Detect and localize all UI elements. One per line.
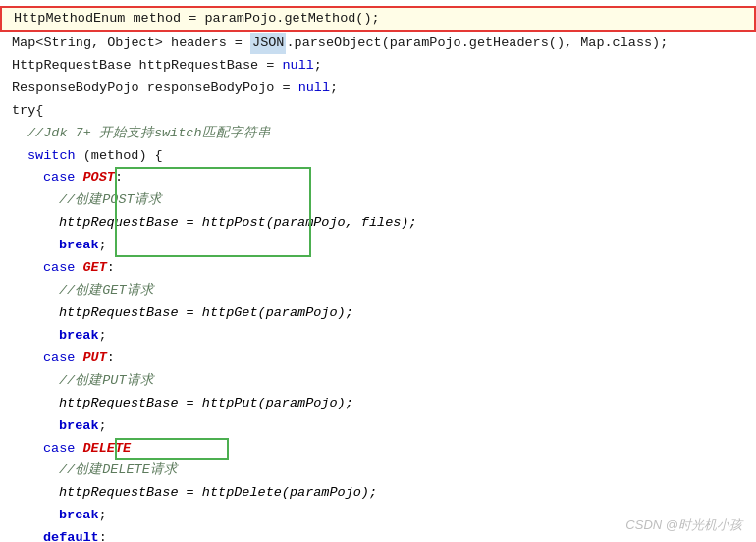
code-token: httpRequestBase = httpDelete(paramPojo); (59, 483, 377, 504)
code-token: //创建DELETE请求 (59, 461, 178, 481)
code-token: //Jdk 7+ 开始支持 (27, 124, 154, 144)
code-token: : (99, 528, 107, 542)
code-line: //创建PUT请求 (0, 370, 756, 393)
code-token: case (43, 168, 83, 189)
code-token: 匹配字符串 (202, 124, 271, 144)
code-token: switch (154, 124, 202, 144)
code-line: ResponseBodyPojo responseBodyPojo = null… (0, 78, 756, 100)
code-line: case POST: (0, 167, 756, 190)
code-token: case (43, 439, 83, 460)
code-line: break; (0, 325, 756, 348)
code-line: httpRequestBase = httpPut(paramPojo); (0, 393, 756, 415)
code-line: httpRequestBase = httpPost(paramPojo, fi… (0, 212, 756, 235)
code-token: PUT (83, 349, 107, 369)
code-token: httpRequestBase = httpPost(paramPojo, fi… (59, 213, 417, 234)
code-token: //创建POST请求 (59, 190, 162, 211)
code-line: //创建GET请求 (0, 280, 756, 302)
code-token: break (59, 416, 99, 437)
code-token: : (115, 168, 123, 189)
code-token: //创建PUT请求 (59, 371, 154, 392)
code-token: .parseObject(paramPojo.getHeaders(), Map… (286, 33, 668, 54)
code-line: switch (method) { (0, 145, 756, 168)
code-line: httpRequestBase = httpGet(paramPojo); (0, 302, 756, 325)
code-block: HttpMethodEnum method = paramPojo.getMet… (0, 6, 756, 542)
code-token: case (43, 258, 83, 279)
code-token: httpRequestBase = httpGet(paramPojo); (59, 303, 353, 324)
code-token: ; (99, 236, 107, 256)
code-token: POST (83, 168, 115, 189)
code-token: ResponseBodyPojo responseBodyPojo = (12, 79, 298, 99)
code-token: default (43, 528, 99, 542)
code-line: case GET: (0, 257, 756, 280)
code-line: HttpRequestBase httpRequestBase = null; (0, 55, 756, 78)
code-line: //Jdk 7+ 开始支持switch匹配字符串 (0, 123, 756, 145)
code-line: break; (0, 235, 756, 257)
code-line: try{ (0, 100, 756, 123)
code-line: case PUT: (0, 348, 756, 370)
code-token: DELETE (83, 439, 132, 460)
code-token: break (59, 236, 99, 256)
code-line: Map<String, Object> headers = JSON.parse… (0, 32, 756, 55)
code-container: HttpMethodEnum method = paramPojo.getMet… (0, 0, 756, 542)
code-token: ; (99, 416, 107, 437)
code-token: ; (99, 506, 107, 526)
watermark: CSDN @时光机小孩 (625, 516, 742, 534)
code-token: : (107, 258, 115, 279)
code-token: Map<String, Object> headers = (12, 33, 250, 54)
code-token: ; (330, 79, 338, 99)
code-line: HttpMethodEnum method = paramPojo.getMet… (0, 6, 756, 32)
code-token: break (59, 326, 99, 347)
code-token: GET (83, 258, 107, 279)
code-token: : (107, 349, 115, 369)
code-token: //创建GET请求 (59, 281, 154, 301)
code-token: HttpMethodEnum method = paramPojo.getMet… (14, 9, 380, 29)
code-line: break; (0, 415, 756, 438)
code-token: switch (27, 146, 76, 167)
code-token: (method) { (76, 146, 163, 167)
code-token: HttpRequestBase httpRequestBase = (12, 56, 282, 77)
code-token: null (298, 79, 330, 99)
code-line: //创建POST请求 (0, 190, 756, 212)
code-token: JSON (250, 33, 286, 54)
code-token: case (43, 349, 83, 369)
code-line: httpRequestBase = httpDelete(paramPojo); (0, 482, 756, 505)
code-token: try{ (12, 101, 43, 122)
code-token: httpRequestBase = httpPut(paramPojo); (59, 394, 353, 414)
code-line: //创建DELETE请求 (0, 460, 756, 482)
code-token: null (282, 56, 313, 77)
code-line: case DELETE (0, 438, 756, 461)
code-token: ; (314, 56, 322, 77)
code-token: ; (99, 326, 107, 347)
code-token: break (59, 506, 99, 526)
